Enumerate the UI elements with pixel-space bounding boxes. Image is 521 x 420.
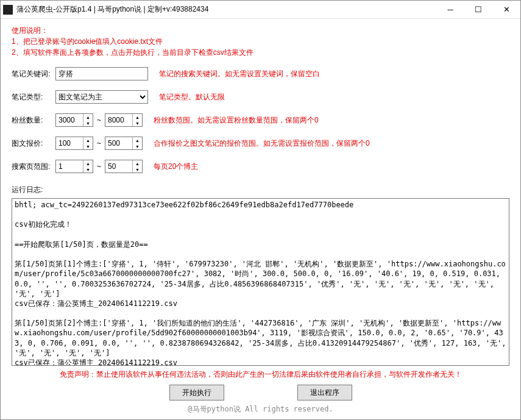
fans-label: 粉丝数量:	[12, 115, 55, 126]
app-window: 蒲公英爬虫-公开版p1.4 | 马哥python说 | 定制+v:4938824…	[0, 0, 521, 420]
titlebar: 蒲公英爬虫-公开版p1.4 | 马哥python说 | 定制+v:4938824…	[1, 1, 520, 19]
content-area: 使用说明： 1、把已登录账号的cookie值填入cookie.txt文件 2、填…	[1, 19, 520, 419]
pages-hint: 每页20个博主	[154, 162, 198, 172]
price-label: 图文报价:	[12, 138, 55, 149]
instructions: 使用说明： 1、把已登录账号的cookie值填入cookie.txt文件 2、填…	[12, 25, 509, 58]
window-buttons: ─ ☐ ✕	[436, 1, 520, 19]
price-hint: 合作报价之图文笔记的报价范围。如无需设置报价范围，保留两个0	[154, 138, 370, 149]
row-pages: 搜索页范围: ▲▼ ~ ▲▼ 每页20个博主	[12, 159, 509, 174]
row-notetype: 笔记类型: 图文笔记为主 笔记类型。默认无限	[12, 90, 509, 104]
fans-from-input[interactable]	[56, 114, 83, 126]
notetype-label: 笔记类型:	[12, 92, 55, 102]
minimize-button[interactable]: ─	[436, 1, 464, 19]
fans-to-stepper[interactable]: ▲▼	[105, 113, 143, 127]
down-icon[interactable]: ▼	[133, 143, 142, 149]
price-to-input[interactable]	[105, 137, 132, 149]
button-row: 开始执行 退出程序	[12, 385, 509, 400]
pages-to-stepper[interactable]: ▲▼	[105, 160, 143, 173]
up-icon[interactable]: ▲	[83, 114, 93, 120]
up-icon[interactable]: ▲	[133, 160, 142, 166]
tilde: ~	[97, 116, 101, 124]
down-icon[interactable]: ▼	[133, 166, 142, 173]
log-output[interactable]: bhtl; acw_tc=2492260137ed97313ce73ee622f…	[12, 198, 509, 366]
app-icon	[3, 5, 13, 15]
price-to-stepper[interactable]: ▲▼	[105, 137, 143, 150]
log-label: 运行日志:	[12, 185, 55, 195]
fans-hint: 粉丝数范围。如无需设置粉丝数量范围，保留两个0	[154, 115, 319, 126]
row-price: 图文报价: ▲▼ ~ ▲▼ 合作报价之图文笔记的报价范围。如无需设置报价范围，保…	[12, 136, 509, 151]
keyword-input[interactable]	[55, 67, 148, 80]
start-button[interactable]: 开始执行	[169, 385, 224, 400]
down-icon[interactable]: ▼	[83, 166, 93, 173]
down-icon[interactable]: ▼	[83, 120, 93, 126]
pages-label: 搜索页范围:	[12, 162, 55, 172]
pages-from-input[interactable]	[56, 160, 83, 173]
instructions-line2: 2、填写软件界面上各项参数，点击开始执行，当前目录下检查csv结果文件	[12, 47, 509, 58]
down-icon[interactable]: ▼	[133, 120, 142, 126]
notetype-hint: 笔记类型。默认无限	[159, 92, 225, 102]
price-from-stepper[interactable]: ▲▼	[55, 137, 93, 150]
window-title: 蒲公英爬虫-公开版p1.4 | 马哥python说 | 定制+v:4938824…	[16, 4, 436, 15]
footer-text: @马哥python说 All rights reserved.	[12, 404, 509, 415]
exit-button[interactable]: 退出程序	[297, 385, 352, 400]
tilde: ~	[97, 139, 101, 148]
notetype-select[interactable]: 图文笔记为主	[55, 90, 148, 104]
keyword-label: 笔记关键词:	[12, 69, 55, 79]
pages-from-stepper[interactable]: ▲▼	[55, 160, 93, 173]
price-from-input[interactable]	[56, 137, 83, 149]
instructions-header: 使用说明：	[12, 25, 509, 36]
tilde: ~	[97, 162, 101, 171]
down-icon[interactable]: ▼	[83, 143, 93, 149]
row-fans: 粉丝数量: ▲▼ ~ ▲▼ 粉丝数范围。如无需设置粉丝数量范围，保留两个0	[12, 113, 509, 127]
fans-to-input[interactable]	[105, 114, 132, 126]
row-keyword: 笔记关键词: 笔记的搜索关键词。如无需设置关键词，保留空白	[12, 66, 509, 81]
keyword-hint: 笔记的搜索关键词。如无需设置关键词，保留空白	[159, 69, 320, 79]
close-button[interactable]: ✕	[492, 1, 520, 19]
up-icon[interactable]: ▲	[83, 160, 93, 166]
pages-to-input[interactable]	[105, 160, 132, 173]
maximize-button[interactable]: ☐	[464, 1, 492, 19]
row-loglabel: 运行日志:	[12, 182, 509, 197]
disclaimer: 免责声明：禁止使用该软件从事任何违法活动，否则由此产生的一切法律后果由软件使用者…	[12, 369, 509, 380]
instructions-line1: 1、把已登录账号的cookie值填入cookie.txt文件	[12, 36, 509, 47]
fans-from-stepper[interactable]: ▲▼	[55, 113, 93, 127]
up-icon[interactable]: ▲	[133, 114, 142, 120]
up-icon[interactable]: ▲	[133, 137, 142, 143]
up-icon[interactable]: ▲	[83, 137, 93, 143]
